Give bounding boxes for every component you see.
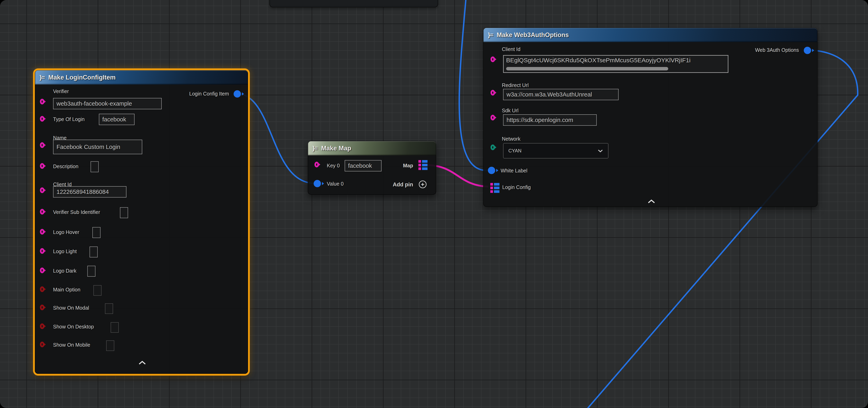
make-struct-icon: }=	[39, 74, 44, 81]
pin-label-description: Description	[53, 164, 79, 169]
node-title: Make LoginConfigItem	[48, 74, 116, 81]
show-on-mobile-checkbox[interactable]	[106, 340, 114, 351]
pin-web3auth-options-output[interactable]	[804, 47, 811, 54]
pin-label-key-0: Key 0	[327, 163, 340, 169]
pin-type-of-login[interactable]	[40, 116, 44, 122]
show-on-modal-checkbox[interactable]	[105, 303, 113, 314]
login-config-map-pin-icon[interactable]	[490, 183, 499, 193]
pin-main-option[interactable]	[40, 286, 44, 292]
pin-label-logo-hover: Logo Hover	[53, 229, 79, 235]
node-make-web3authoptions[interactable]: }= Make Web3AuthOptions Web 3Auth Option…	[483, 28, 817, 207]
pin-label-logo-dark: Logo Dark	[53, 268, 76, 274]
pin-label-show-on-modal: Show On Modal	[53, 305, 89, 311]
key-0-input[interactable]: facebook	[345, 160, 381, 171]
client-id-input[interactable]: BEglQSgt4cUWcj6SKRdu5QkOXTsePmMcusG5EAoy…	[503, 55, 728, 73]
logo-hover-input[interactable]	[92, 227, 100, 238]
collapse-chevron-button[interactable]	[647, 199, 656, 205]
blueprint-graph-canvas[interactable]: }= Make LoginConfigItem Login Config Ite…	[0, 0, 868, 408]
pin-show-on-desktop[interactable]	[40, 324, 44, 329]
pin-sdk-url[interactable]	[491, 115, 495, 121]
pin-show-on-mobile[interactable]	[40, 342, 44, 347]
show-on-desktop-checkbox[interactable]	[111, 322, 119, 333]
network-selected-value: CYAN	[508, 148, 522, 154]
map-output-pin-icon[interactable]	[418, 160, 428, 170]
make-map-icon: }≡	[312, 145, 317, 152]
offscreen-node-fragment[interactable]	[270, 0, 438, 7]
pin-label-show-on-desktop: Show On Desktop	[53, 324, 94, 330]
node-make-map[interactable]: }≡ Make Map Key 0 facebook Map Value 0 A…	[308, 141, 436, 195]
type-of-login-input[interactable]: facebook	[99, 114, 134, 125]
pin-label-client-id: Client Id	[502, 46, 521, 52]
verifier-input[interactable]: web3auth-facebook-example	[53, 98, 162, 109]
node-title: Make Web3AuthOptions	[497, 31, 569, 39]
add-pin-button[interactable]: +	[419, 180, 427, 188]
pin-label-show-on-mobile: Show On Mobile	[53, 342, 90, 348]
pin-label-verifier-sub-identifier: Verifier Sub Identifier	[53, 209, 100, 215]
pin-verifier[interactable]	[40, 99, 44, 104]
description-input[interactable]	[91, 161, 99, 172]
node-header[interactable]: }≡ Make Map	[308, 141, 436, 156]
pin-show-on-modal[interactable]	[40, 305, 44, 310]
pin-verifier-sub-identifier[interactable]	[40, 209, 44, 214]
client-id-input[interactable]: 1222658941886084	[53, 186, 126, 198]
node-header[interactable]: }= Make LoginConfigItem	[35, 70, 248, 84]
collapse-chevron-button[interactable]	[138, 361, 147, 366]
client-id-text: BEglQSgt4cUWcj6SKRdu5QkOXTsePmMcusG5EAoy…	[506, 57, 690, 64]
pin-white-label[interactable]	[488, 167, 495, 174]
name-input[interactable]: Facebook Custom Login	[53, 140, 142, 154]
pin-logo-light[interactable]	[40, 248, 44, 254]
logo-light-input[interactable]	[90, 246, 98, 258]
pin-label-network: Network	[502, 136, 521, 142]
pin-login-config-item-output[interactable]	[234, 90, 241, 98]
main-option-checkbox[interactable]	[93, 285, 101, 296]
pin-key-0[interactable]	[314, 162, 319, 167]
verifier-sub-identifier-input[interactable]	[120, 207, 128, 218]
pin-redirect-url[interactable]	[491, 90, 495, 96]
pin-label-logo-light: Logo Light	[53, 248, 77, 254]
make-struct-icon: }=	[488, 32, 493, 38]
add-pin-label: Add pin	[393, 181, 413, 188]
pin-client-id[interactable]	[40, 188, 44, 193]
pin-label-sdk-url: Sdk Url	[502, 108, 519, 113]
client-id-scrollbar[interactable]	[506, 67, 668, 70]
pin-label-value-0: Value 0	[327, 181, 344, 187]
output-label: Login Config Item	[189, 91, 229, 97]
pin-logo-hover[interactable]	[40, 229, 44, 235]
pin-label-redirect-url: Redirect Url	[502, 82, 529, 88]
pin-network[interactable]	[491, 144, 495, 150]
network-dropdown[interactable]: CYAN	[503, 143, 609, 159]
pin-label-verifier: Verifier	[53, 89, 69, 94]
pin-label-map-output: Map	[403, 163, 413, 169]
pin-logo-dark[interactable]	[40, 268, 44, 273]
pin-value-0[interactable]	[314, 180, 321, 187]
node-header[interactable]: }= Make Web3AuthOptions	[484, 28, 817, 42]
pin-client-id[interactable]	[491, 57, 495, 62]
chevron-down-icon	[597, 149, 603, 152]
node-title: Make Map	[321, 145, 351, 152]
pin-label-white-label: White Label	[501, 168, 527, 174]
logo-dark-input[interactable]	[87, 266, 95, 277]
redirect-url-input[interactable]: w3a://com.w3a.Web3AuthUnreal	[503, 89, 619, 100]
pin-name[interactable]	[40, 142, 44, 148]
pin-description[interactable]	[40, 163, 44, 169]
sdk-url-input[interactable]: https://sdk.openlogin.com	[503, 114, 597, 126]
node-make-loginconfigitem[interactable]: }= Make LoginConfigItem Login Config Ite…	[35, 70, 248, 374]
pin-label-login-config: Login Config	[502, 184, 531, 190]
pin-label-type-of-login: Type Of Login	[53, 116, 85, 122]
pin-label-main-option: Main Option	[53, 287, 81, 293]
output-label: Web 3Auth Options	[755, 47, 799, 53]
wire-loginconfigitem-to-value0[interactable]	[237, 94, 314, 183]
